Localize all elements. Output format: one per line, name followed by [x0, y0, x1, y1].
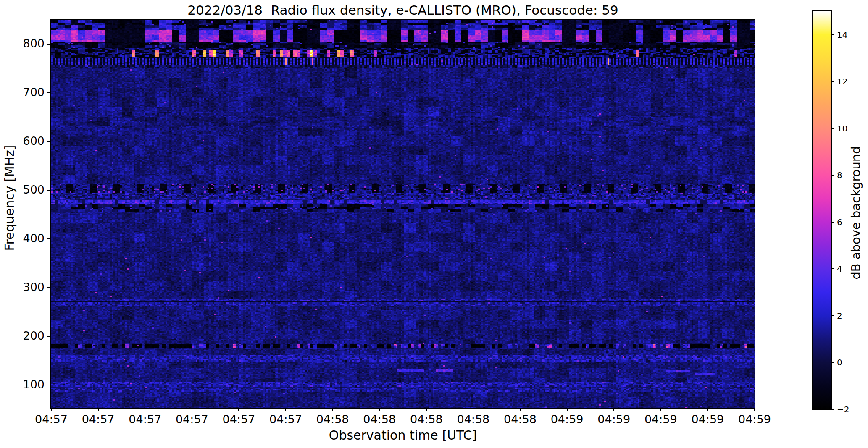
colorbar-tick-label: 14 [837, 30, 847, 40]
x-tick-mark [473, 408, 473, 411]
x-tick-label: 04:59 [589, 413, 639, 426]
x-tick-mark [754, 408, 755, 411]
colorbar-tick-label: 2 [837, 311, 842, 321]
x-tick-mark [238, 408, 239, 411]
colorbar-tick-label: 12 [837, 76, 847, 86]
x-tick-mark [707, 408, 708, 411]
chart-title: 2022/03/18 Radio flux density, e-CALLIST… [51, 3, 755, 18]
x-tick-label: 04:57 [26, 413, 76, 426]
x-tick-label: 04:59 [682, 413, 733, 426]
colorbar [812, 10, 832, 410]
x-tick-label: 04:58 [401, 413, 452, 426]
spectrogram-plot-area [50, 19, 755, 409]
colorbar-tick-mark [831, 362, 834, 363]
y-tick-mark [47, 44, 51, 45]
x-tick-label: 04:57 [73, 413, 124, 426]
x-tick-label: 04:58 [495, 413, 545, 426]
y-tick-label: 100 [0, 378, 45, 391]
colorbar-tick-mark [831, 268, 834, 269]
x-tick-label: 04:57 [167, 413, 217, 426]
colorbar-tick-mark [831, 222, 834, 223]
colorbar-tick-label: 8 [837, 170, 842, 180]
colorbar-tick-mark [831, 175, 834, 176]
y-tick-label: 800 [0, 37, 45, 50]
spectrogram-canvas [51, 20, 755, 408]
x-tick-label: 04:57 [260, 413, 311, 426]
colorbar-tick-mark [831, 409, 834, 410]
x-tick-mark [660, 408, 661, 411]
x-tick-mark [613, 408, 614, 411]
x-tick-label: 04:58 [308, 413, 358, 426]
colorbar-tick-label: −2 [837, 404, 849, 414]
x-tick-mark [520, 408, 521, 411]
x-tick-mark [379, 408, 380, 411]
colorbar-tick-mark [831, 34, 834, 35]
y-tick-mark [47, 190, 51, 191]
colorbar-tick-mark [831, 315, 834, 316]
x-tick-label: 04:58 [354, 413, 405, 426]
x-tick-label: 04:59 [542, 413, 592, 426]
x-tick-mark [567, 408, 568, 411]
x-axis-label: Observation time [UTC] [51, 428, 755, 443]
x-tick-label: 04:58 [448, 413, 498, 426]
x-tick-mark [145, 408, 145, 411]
x-tick-mark [332, 408, 333, 411]
y-tick-mark [47, 238, 51, 239]
x-tick-mark [51, 408, 52, 411]
x-tick-mark [98, 408, 99, 411]
y-tick-mark [47, 287, 51, 288]
y-tick-mark [47, 336, 51, 337]
colorbar-label: dB above background [849, 108, 863, 318]
y-tick-mark [47, 141, 51, 142]
colorbar-tick-mark [831, 128, 834, 129]
x-tick-label: 04:57 [120, 413, 170, 426]
y-axis-label: Frequency [MHz] [2, 93, 17, 303]
colorbar-tick-label: 6 [837, 217, 842, 227]
x-tick-mark [285, 408, 286, 411]
y-tick-label: 200 [0, 329, 45, 342]
y-tick-mark [47, 385, 51, 385]
colorbar-tick-label: 10 [837, 123, 847, 134]
colorbar-tick-label: 0 [837, 357, 842, 367]
x-tick-label: 04:59 [636, 413, 686, 426]
x-tick-mark [426, 408, 427, 411]
colorbar-tick-label: 4 [837, 264, 842, 274]
x-tick-label: 04:59 [729, 413, 780, 426]
x-tick-label: 04:57 [213, 413, 264, 426]
y-tick-mark [47, 92, 51, 93]
colorbar-tick-mark [831, 81, 834, 82]
x-tick-mark [192, 408, 192, 411]
